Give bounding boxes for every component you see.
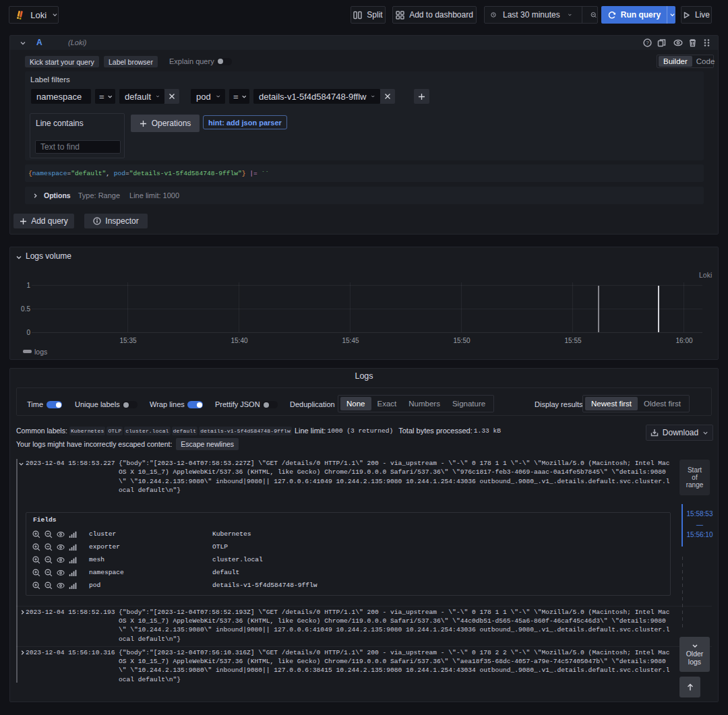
svg-text:?: ? <box>646 40 648 46</box>
